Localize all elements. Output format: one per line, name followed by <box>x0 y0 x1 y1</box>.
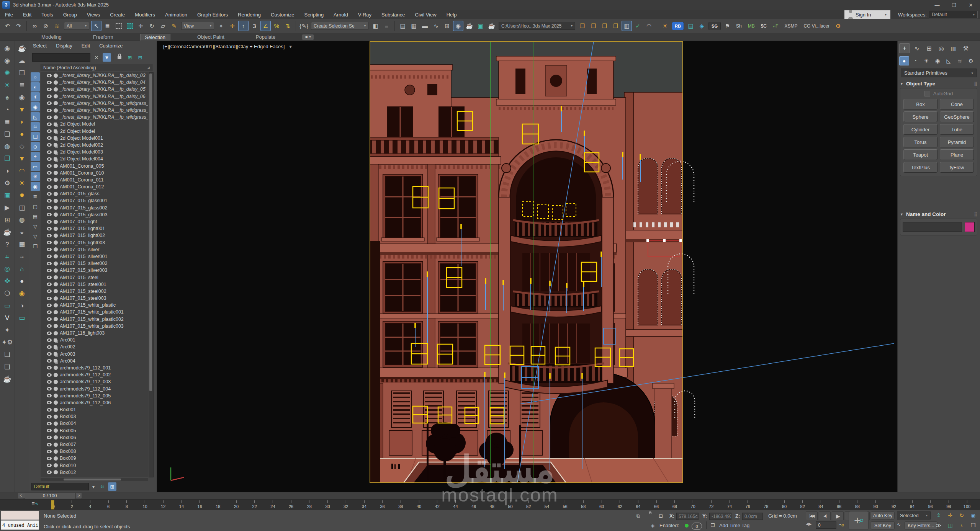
gradient-ball-icon[interactable]: ● <box>16 275 28 287</box>
window-crossing-icon[interactable] <box>124 21 135 31</box>
visibility-eye-icon[interactable] <box>47 74 52 77</box>
visibility-eye-icon[interactable] <box>47 129 52 133</box>
visibility-eye-icon[interactable] <box>47 359 52 363</box>
menu-customize[interactable]: Customize <box>266 12 299 18</box>
tab-display[interactable]: ▥ <box>948 43 959 53</box>
explorer-horizontal-scrollbar[interactable] <box>41 478 148 481</box>
angle-snap-icon[interactable]: ∠ <box>260 21 271 31</box>
doc-add-icon[interactable]: ❏ <box>1 349 13 360</box>
visibility-eye-icon[interactable] <box>47 408 52 412</box>
select-by-name-icon[interactable]: ≣ <box>102 21 113 31</box>
object-name-input[interactable] <box>903 222 962 232</box>
visibility-eye-icon[interactable] <box>47 248 52 251</box>
visibility-eye-icon[interactable] <box>47 95 52 98</box>
scene-object-row[interactable]: Arc004 <box>41 358 148 364</box>
layers-stack-icon[interactable]: ◈ <box>697 21 707 31</box>
viewport-label[interactable]: [+][CoronaCamera001][Standard][Clay + Ed… <box>163 44 285 49</box>
select-rotate-icon[interactable]: ↻ <box>147 21 157 31</box>
visibility-eye-icon[interactable] <box>47 227 52 230</box>
menu-civil-view[interactable]: Civil View <box>410 12 442 18</box>
collapse-tree-icon[interactable]: ⊟ <box>136 53 144 62</box>
scene-object-row[interactable]: AM107_015_white_plastic002 <box>41 316 148 323</box>
render-preset-2-icon[interactable]: ❒ <box>588 21 599 31</box>
visibility-eye-icon[interactable] <box>47 185 52 189</box>
fire-ring-icon[interactable]: ◍ <box>1 141 13 152</box>
menu-group[interactable]: Group <box>58 12 82 18</box>
visibility-eye-icon[interactable] <box>47 394 52 397</box>
explorer-menu-select[interactable]: Select <box>33 43 47 49</box>
visibility-eye-icon[interactable] <box>47 116 52 119</box>
list-tool-icon[interactable]: ≣ <box>1 116 13 127</box>
visibility-eye-icon[interactable] <box>47 436 52 439</box>
quad-view-icon[interactable]: ⊞ <box>1 214 13 225</box>
teapot-icon[interactable]: ☕ <box>1 226 13 238</box>
visibility-eye-icon[interactable] <box>47 443 52 446</box>
toggle-scene-explorer-icon[interactable]: ▤ <box>398 21 408 31</box>
bulb-gear-icon[interactable]: ⚙ <box>1 177 13 189</box>
menu-tools[interactable]: Tools <box>36 12 58 18</box>
spinner-snap-icon[interactable]: ⇅ <box>283 21 293 31</box>
primitive-button-textplus[interactable]: TextPlus <box>903 162 937 173</box>
visibility-eye-icon[interactable] <box>47 164 52 168</box>
macro-recorder-pane[interactable] <box>1 511 39 520</box>
schematic-view-icon[interactable]: ⊞ <box>442 21 452 31</box>
toggle-ribbon-icon[interactable]: ▬ <box>420 21 430 31</box>
visibility-eye-icon[interactable] <box>47 317 52 321</box>
scene-object-row[interactable]: 2d Object Model004 <box>41 155 148 162</box>
visibility-eye-icon[interactable] <box>47 380 52 384</box>
maximize-viewport-icon[interactable]: ❒ <box>967 521 979 529</box>
y-coordinate-field[interactable]: -1863.497c <box>709 513 731 520</box>
scene-object-row[interactable]: Box012 <box>41 469 148 476</box>
pattern-icon[interactable]: ⌗ <box>1 251 13 262</box>
curve-editor-icon[interactable]: ∿ <box>431 21 441 31</box>
menu-rendering[interactable]: Rendering <box>233 12 266 18</box>
scene-object-row[interactable]: Box009 <box>41 455 148 462</box>
scene-object-row[interactable]: Box001 <box>41 406 148 413</box>
image-tree-icon[interactable]: ❏ <box>1 128 13 140</box>
primitive-button-sphere[interactable]: Sphere <box>903 111 937 122</box>
primitive-button-geosphere[interactable]: GeoSphere <box>940 111 974 122</box>
viewport-filter-icon[interactable]: ▼ <box>288 44 293 49</box>
auto-key-button[interactable]: Auto Key <box>871 511 895 520</box>
ribbon-config-dropdown[interactable]: ▣▾ <box>302 34 314 40</box>
visibility-eye-icon[interactable] <box>47 220 52 224</box>
cube-icon[interactable]: ◫ <box>16 202 28 213</box>
zoom-icon[interactable]: ⇕ <box>933 511 944 520</box>
doc-export-icon[interactable]: ❏ <box>1 361 13 373</box>
filter-cameras-icon[interactable]: ◉ <box>31 102 40 111</box>
primitive-button-pyramid[interactable]: Pyramid <box>940 137 974 147</box>
scene-object-row[interactable]: 2d Object Model002 <box>41 142 148 149</box>
menu-edit[interactable]: Edit <box>18 12 36 18</box>
visibility-eye-icon[interactable] <box>47 471 52 474</box>
scene-object-row[interactable]: AM001_Corona_010 <box>41 170 148 176</box>
up-axis-icon[interactable]: ↑ <box>238 21 249 31</box>
tree-tool-icon[interactable]: ♠ <box>1 91 13 103</box>
visibility-eye-icon[interactable] <box>47 171 52 175</box>
bind-spacewarp-icon[interactable]: ≋ <box>52 21 62 31</box>
sg-plugin-badge[interactable]: SG <box>708 22 721 30</box>
primitive-button-tube[interactable]: Tube <box>940 124 974 135</box>
tab-modify[interactable]: ∿ <box>911 43 922 53</box>
render-production-icon[interactable]: ☕ <box>486 21 497 31</box>
ribbon-tab-object-paint[interactable]: Object Paint <box>193 34 229 40</box>
viewport[interactable]: [+][CoronaCamera001][Standard][Clay + Ed… <box>157 41 897 492</box>
primitive-button-teapot[interactable]: Teapot <box>903 149 937 160</box>
scene-object-row[interactable]: Box005 <box>41 427 148 434</box>
go-to-start-button[interactable]: |◀◀ <box>806 511 818 520</box>
undo-icon[interactable]: ↶ <box>2 21 13 31</box>
object-color-swatch[interactable] <box>965 222 975 232</box>
sc-plugin-label[interactable]: $C <box>761 23 767 29</box>
visibility-eye-icon[interactable] <box>47 213 52 216</box>
fov-icon[interactable]: ◉ <box>967 511 979 520</box>
select-object-icon[interactable]: ↖ <box>91 21 101 31</box>
subcat-geometry[interactable]: ● <box>899 56 909 65</box>
filter-xrefs-icon[interactable]: ⊙ <box>31 142 40 151</box>
project-folder-dropdown[interactable]: C:\Users\Hoo...3ds Max 2025▾ <box>499 22 575 30</box>
key-mode-dropdown[interactable]: Selected▾ <box>897 511 931 520</box>
visibility-eye-icon[interactable] <box>47 324 52 328</box>
light-tool-icon[interactable]: ✺ <box>1 67 13 78</box>
key-step-icon[interactable]: ◀▶ <box>806 522 811 526</box>
scene-object-row[interactable]: Arc003 <box>41 351 148 358</box>
sun-tool-icon[interactable]: ☀ <box>1 79 13 91</box>
set-keys-button[interactable]: +⚲ <box>849 511 869 530</box>
